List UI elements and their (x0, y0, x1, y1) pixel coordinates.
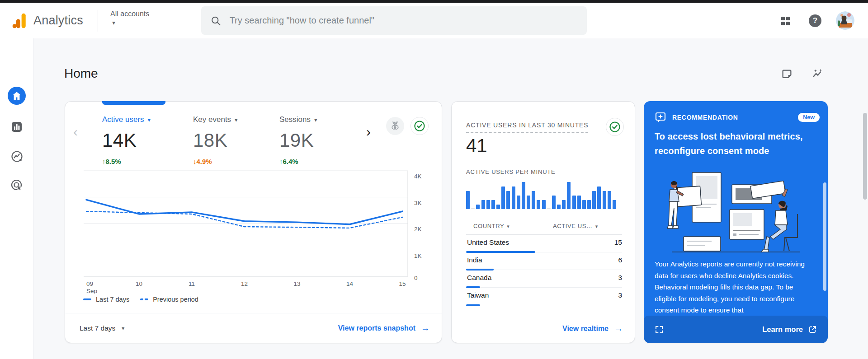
active-users-count: 6 (618, 256, 622, 264)
caret-down-icon: ▾ (112, 19, 149, 26)
table-header: COUNTRY▾ ACTIVE US…▾ (466, 223, 622, 235)
notes-button[interactable] (778, 65, 796, 83)
recommendation-title: To access lost behavioral metrics, recon… (655, 129, 808, 158)
per-minute-bar (592, 191, 596, 209)
metrics-prev-button[interactable]: ‹ (71, 125, 80, 139)
table-body: United States15India6Canada3Taiwan3 (466, 235, 622, 305)
overview-card: ‹ Active users ▾ 14K ↑8.5% Key events ▾ … (65, 101, 442, 343)
account-switcher[interactable]: All accounts ▾ (110, 10, 149, 26)
external-link-icon (808, 325, 817, 334)
y-axis-tick-label: 3K (414, 200, 422, 206)
per-minute-bar (577, 196, 581, 209)
apps-grid-button[interactable] (776, 12, 794, 30)
insights-sparkline-icon (811, 68, 824, 80)
per-minute-bar (608, 191, 611, 209)
per-minute-bar (537, 200, 540, 209)
per-minute-bar (613, 200, 616, 209)
sidebar-item-advertising[interactable] (8, 176, 26, 194)
per-minute-bar (517, 196, 520, 209)
top-header: Analytics All accounts ▾ (0, 3, 868, 38)
header-divider (98, 10, 98, 32)
per-minute-bar (587, 200, 591, 209)
country-name: United States (467, 238, 509, 247)
metric-sessions[interactable]: Sessions ▾ 19K ↑6.4% (279, 115, 317, 165)
active-users-column-header[interactable]: ACTIVE US…▾ (553, 223, 598, 229)
expand-button[interactable] (655, 325, 664, 334)
caret-down-icon: ▾ (148, 117, 151, 123)
caret-down-icon: ▾ (122, 325, 124, 331)
sidebar-item-reports[interactable] (8, 118, 26, 136)
search-input[interactable] (230, 15, 578, 26)
per-minute-bar (481, 200, 485, 209)
delta-arrow-icon: ↓ (193, 158, 197, 165)
sidebar-item-explore[interactable] (8, 147, 26, 165)
x-axis-tick-label: 09 (86, 280, 93, 287)
delta-arrow-icon: ↑ (279, 158, 283, 165)
expand-fullscreen-icon (655, 325, 664, 334)
medal-icon (390, 121, 400, 131)
per-minute-bar (572, 196, 576, 209)
metrics-next-button[interactable]: › (363, 125, 373, 139)
metric-active-users[interactable]: Active users ▾ 14K ↑8.5% (102, 115, 151, 165)
per-minute-bar (567, 182, 571, 209)
country-column-header[interactable]: COUNTRY▾ (473, 223, 509, 229)
home-icon (8, 87, 26, 105)
recommendation-body: Your Analytics reports are currently not… (655, 258, 812, 316)
per-minute-bar (486, 200, 490, 209)
view-reports-snapshot-link[interactable]: View reports snapshot → (338, 323, 430, 333)
per-minute-bar (496, 205, 500, 209)
per-minute-bar (501, 186, 505, 209)
legend-solid-swatch (83, 298, 91, 300)
date-range-selector[interactable]: Last 7 days ▾ (80, 324, 124, 332)
country-row[interactable]: United States15 (466, 235, 622, 252)
brand[interactable]: Analytics (11, 3, 83, 38)
help-button[interactable]: ? (806, 12, 824, 30)
insights-button[interactable] (808, 65, 826, 83)
y-axis-tick-label: 0 (414, 275, 418, 281)
per-minute-bar (582, 200, 586, 209)
per-minute-bar (552, 196, 556, 209)
country-row[interactable]: Taiwan3 (466, 288, 622, 305)
active-users-line-chart: 01K2K3K4K09Sep101112131415 (65, 165, 443, 294)
metric-delta: ↓4.9% (193, 158, 238, 165)
delta-arrow-icon: ↑ (102, 158, 106, 165)
sidebar-item-home[interactable] (8, 87, 26, 105)
card-scrollbar-thumb[interactable] (823, 182, 826, 291)
realtime-card: ACTIVE USERS IN LAST 30 MINUTES 41 ACTIV… (451, 101, 635, 343)
realtime-data-quality-badge[interactable] (606, 118, 624, 136)
x-axis-tick-label: 14 (346, 280, 354, 287)
active-users-count: 3 (618, 274, 622, 282)
global-search[interactable] (201, 6, 587, 35)
caret-down-icon: ▾ (235, 117, 238, 123)
benchmark-medal-badge[interactable] (386, 117, 404, 135)
legend-label: Last 7 days (96, 296, 129, 303)
data-quality-badge[interactable] (410, 117, 429, 135)
explore-icon (11, 150, 23, 163)
new-badge: New (798, 113, 820, 122)
apps-grid-icon (779, 15, 791, 27)
legend-dashed-swatch (140, 298, 148, 300)
check-circle-icon (414, 120, 425, 132)
caret-down-icon: ▾ (314, 117, 317, 123)
chart-legend: Last 7 days Previous period (83, 296, 198, 303)
country-row[interactable]: Canada3 (466, 270, 622, 288)
account-avatar[interactable] (836, 11, 854, 30)
x-axis-tick-label: 10 (136, 280, 142, 287)
analytics-app: Analytics All accounts ▾ (0, 0, 868, 359)
metric-delta: ↑8.5% (102, 158, 151, 165)
realtime-card-footer: View realtime → (562, 323, 623, 334)
view-realtime-link[interactable]: View realtime → (562, 323, 623, 334)
caret-down-icon: ▾ (507, 224, 509, 229)
brand-name: Analytics (33, 14, 83, 28)
per-minute-bar (522, 182, 525, 209)
page-scrollbar-thumb[interactable] (863, 113, 867, 200)
recommendation-card: RECOMMENDATION New To access lost behavi… (644, 101, 828, 343)
x-axis-month-label: Sep (86, 288, 97, 294)
metric-key-events[interactable]: Key events ▾ 18K ↓4.9% (193, 115, 238, 165)
per-minute-bar (471, 208, 475, 209)
learn-more-button[interactable]: Learn more (762, 325, 817, 334)
metric-delta: ↑6.4% (279, 158, 317, 165)
country-row[interactable]: India6 (466, 252, 622, 270)
header-actions: ? (776, 3, 854, 38)
per-minute-bar (603, 191, 606, 209)
